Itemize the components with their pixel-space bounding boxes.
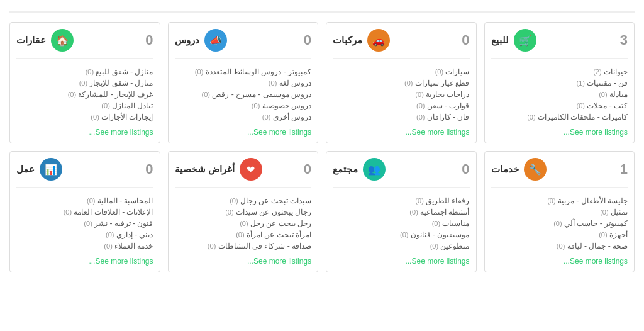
item-count: (0) [101, 102, 109, 109]
list-item: دروس موسيقى - مسرح - رقص (0) [175, 89, 312, 100]
item-count: (0) [432, 220, 440, 227]
list-item: دراجات بخارية (0) [333, 89, 470, 100]
list-item: سيارات (0) [333, 66, 470, 77]
see-more-link[interactable]: See more listings... [491, 257, 628, 266]
category-count: 0 [145, 161, 153, 177]
category-items: سيدات تبحث عن رجال (0)رجال يبحثون عن سيد… [175, 195, 312, 252]
category-header-left: 🛒للبيع [491, 29, 536, 52]
list-item: متطوعين (0) [333, 240, 470, 252]
category-name: للبيع [491, 35, 509, 46]
category-header-left: 📊عمل [16, 158, 62, 181]
item-count: (2) [593, 68, 601, 76]
category-count: 0 [462, 161, 469, 177]
item-count: (0) [104, 242, 112, 250]
item-count: (0) [262, 113, 270, 121]
item-count: (0) [547, 197, 555, 205]
category-items: المحاسبة - المالية (0)الإعلانات - العلاق… [16, 195, 153, 252]
item-count: (0) [84, 220, 92, 227]
list-item: كمبيوتر - حاسب آلي (0) [491, 218, 628, 229]
item-count: (0) [208, 242, 216, 250]
list-item: منازل - شقق للبيع (0) [16, 66, 153, 77]
category-name: مجتمع [333, 164, 358, 175]
item-count: (0) [64, 208, 72, 216]
divider [333, 187, 470, 188]
category-items: جليسة الأطفال - مربية (0)تمثيل (0)كمبيوت… [491, 195, 628, 252]
category-header: 0👥مجتمع [333, 158, 470, 181]
see-more-link[interactable]: See more listings... [333, 128, 470, 137]
category-card-business: 0📊عملالمحاسبة - المالية (0)الإعلانات - ا… [9, 151, 160, 272]
item-count: (0) [600, 208, 608, 216]
category-count: 1 [620, 161, 628, 177]
item-count: (0) [106, 231, 114, 238]
category-header-left: 📣دروس [175, 29, 227, 52]
category-header-left: 🔧خدمات [491, 158, 547, 181]
categories-grid-row1: 3🛒للبيعحيوانات (2)فن - مقتنيات (1)مبادلة… [9, 22, 635, 143]
personal-icon: ❤ [240, 158, 262, 181]
list-item: صداقة - شركاء في النشاطات (0) [175, 240, 312, 252]
community-icon: 👥 [363, 158, 386, 181]
item-count: (0) [236, 231, 244, 238]
page-container: 3🛒للبيعحيوانات (2)فن - مقتنيات (1)مبادلة… [0, 0, 644, 286]
page-header [9, 6, 635, 13]
item-count: (0) [86, 68, 94, 76]
list-item: منازل - شقق للإيجار (0) [16, 77, 153, 89]
category-header: 0🏠عقارات [16, 29, 153, 52]
see-more-link[interactable]: See more listings... [491, 128, 628, 137]
list-item: رجال يبحثون عن سيدات (0) [175, 206, 312, 218]
category-card-for-sale: 3🛒للبيعحيوانات (2)فن - مقتنيات (1)مبادلة… [484, 22, 635, 143]
item-count: (0) [430, 242, 438, 250]
item-count: (0) [416, 102, 425, 109]
divider [491, 187, 628, 188]
item-count: (0) [252, 102, 260, 109]
vehicles-icon: 🚗 [367, 29, 390, 52]
item-count: (0) [599, 91, 607, 98]
item-count: (0) [599, 231, 607, 238]
category-card-community: 0👥مجتمعرفقاء للطريق (0)أنشطة اجتماعية (0… [326, 151, 477, 272]
list-item: قوارب - سفن (0) [333, 100, 470, 111]
category-items: رفقاء للطريق (0)أنشطة اجتماعية (0)مناسبا… [333, 195, 470, 252]
category-name: خدمات [491, 164, 519, 175]
item-count: (0) [415, 197, 423, 205]
see-more-link[interactable]: See more listings... [16, 128, 153, 137]
list-item: فان - كاراقان (0) [333, 111, 470, 123]
real-estate-icon: 🏠 [51, 29, 74, 52]
see-more-link[interactable]: See more listings... [175, 257, 312, 266]
list-item: امرأة تبحث عن امرأة (0) [175, 229, 312, 240]
list-item: الإعلانات - العلاقات العامة (0) [16, 206, 153, 218]
divider [333, 58, 470, 59]
list-item: جليسة الأطفال - مربية (0) [491, 195, 628, 206]
see-more-link[interactable]: See more listings... [333, 257, 470, 266]
list-item: دروس أخرى (0) [175, 111, 312, 123]
category-header: 0🚗مركبات [333, 29, 470, 52]
list-item: تبادل المنازل (0) [16, 100, 153, 111]
list-item: غرف للإيجار - للمشاركة (0) [16, 89, 153, 100]
category-items: حيوانات (2)فن - مقتنيات (1)مبادلة (0)كتب… [491, 66, 628, 123]
item-count: (0) [269, 79, 277, 87]
category-header: 1🔧خدمات [491, 158, 628, 181]
category-header-left: 👥مجتمع [333, 158, 386, 181]
list-item: حيوانات (2) [491, 66, 628, 77]
services-icon: 🔧 [524, 158, 547, 181]
category-count: 0 [304, 161, 311, 177]
item-count: (0) [195, 68, 203, 76]
category-header: 0📣دروس [175, 29, 312, 52]
list-item: كمبيوتر - دروس الوسائط المتعددة (0) [175, 66, 312, 77]
item-count: (0) [230, 197, 238, 205]
see-more-link[interactable]: See more listings... [175, 128, 312, 137]
category-header: 3🛒للبيع [491, 29, 628, 52]
see-more-link[interactable]: See more listings... [16, 257, 153, 266]
category-count: 3 [620, 32, 628, 48]
category-name: أغراض شخصية [175, 164, 235, 175]
item-count: (0) [409, 208, 418, 216]
list-item: مبادلة (0) [491, 89, 628, 100]
category-header-left: 🏠عقارات [16, 29, 74, 52]
list-item: المحاسبة - المالية (0) [16, 195, 153, 206]
category-card-lessons: 0📣دروسكمبيوتر - دروس الوسائط المتعددة (0… [168, 22, 319, 143]
category-header: 0❤أغراض شخصية [175, 158, 312, 181]
item-count: (0) [240, 220, 248, 227]
list-item: صحة - جمال - لياقة (0) [491, 240, 628, 252]
category-count: 0 [145, 32, 153, 48]
lessons-icon: 📣 [204, 29, 227, 52]
category-header-left: 🚗مركبات [333, 29, 390, 52]
category-name: عقارات [16, 35, 46, 46]
